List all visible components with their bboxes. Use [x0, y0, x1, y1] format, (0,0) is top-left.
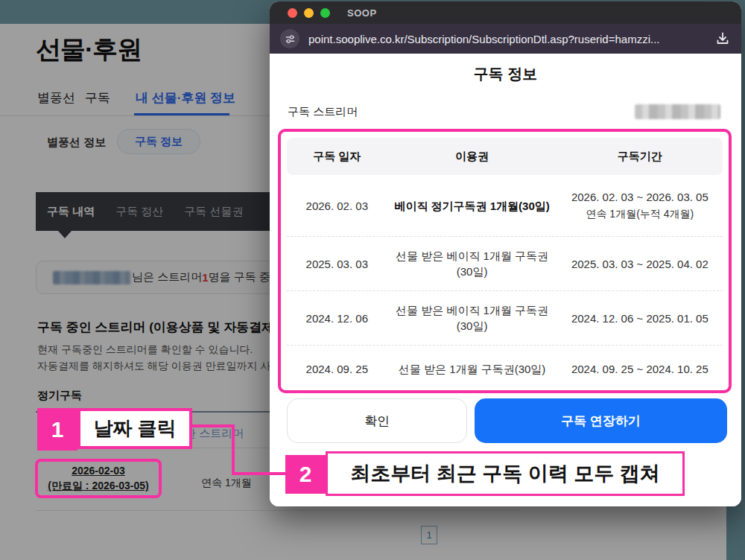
header-subscription-date: 구독 일자 — [287, 150, 387, 164]
cell-date: 2024. 12. 06 — [287, 311, 387, 326]
table-row: 2026. 02. 03 베이직 정기구독권 1개월(30일) 2026. 02… — [287, 175, 723, 236]
close-button[interactable] — [288, 8, 297, 18]
annotation-step1-number: 1 — [37, 408, 77, 451]
cell-pass: 선물 받은 베이직 1개월 구독권 (30일) — [387, 302, 557, 334]
cell-pass: 선물 받은 베이직 1개월 구독권 (30일) — [387, 248, 557, 279]
button-row: 확인 구독 연장하기 — [287, 398, 727, 443]
cell-pass-line1: 선물 받은 베이직 1개월 구독권 — [387, 248, 557, 264]
cell-period: 2026. 02. 03 ~ 2026. 03. 05 연속 1개월(누적 4개… — [557, 189, 723, 222]
header-period: 구독기간 — [557, 150, 723, 164]
cell-pass: 베이직 정기구독권 1개월(30일) — [387, 198, 557, 214]
streamer-name-blurred — [635, 104, 720, 119]
screen: 선물·후원 별풍선 구독 내 선물·후원 정보 별풍선 정보 구독 정보 구독 … — [0, 0, 745, 560]
url-bar: point.sooplive.co.kr/Subscription/Subscr… — [270, 24, 741, 54]
streamer-label: 구독 스트리머 — [288, 105, 358, 119]
cell-period: 2025. 03. 03 ~ 2025. 04. 02 — [557, 256, 723, 272]
cell-pass-line2: (30일) — [387, 318, 557, 334]
annotation-connector — [191, 424, 235, 427]
extend-subscription-button[interactable]: 구독 연장하기 — [475, 398, 727, 443]
popup-titlebar[interactable]: SOOP — [270, 1, 741, 24]
popup-title: 구독 정보 — [270, 64, 741, 84]
annotation-connector — [232, 424, 235, 475]
table-row: 2025. 03. 03 선물 받은 베이직 1개월 구독권 (30일) 202… — [287, 236, 723, 290]
cell-pass-line2: (30일) — [387, 264, 557, 279]
cell-date: 2025. 03. 03 — [287, 256, 387, 272]
cell-period: 2024. 09. 25 ~ 2024. 10. 25 — [557, 361, 723, 377]
confirm-button[interactable]: 확인 — [287, 398, 467, 443]
download-icon[interactable] — [714, 31, 731, 47]
table-row: 2024. 09. 25 선물 받은 1개월 구독권(30일) 2024. 09… — [287, 345, 723, 392]
zoom-button[interactable] — [320, 8, 330, 18]
streamer-row: 구독 스트리머 — [288, 104, 720, 119]
popup-content: 구독 정보 구독 스트리머 구독 일자 이용권 구독기간 2026. 02. 0… — [270, 54, 741, 506]
cell-pass: 선물 받은 1개월 구독권(30일) — [387, 361, 557, 377]
table-row: 2024. 12. 06 선물 받은 베이직 1개월 구독권 (30일) 202… — [287, 290, 723, 345]
annotation-date-highlight-frame — [35, 459, 162, 498]
subscription-history-table: 구독 일자 이용권 구독기간 2026. 02. 03 베이직 정기구독권 1개… — [278, 129, 732, 393]
cell-date: 2026. 02. 03 — [287, 198, 387, 214]
site-controls-icon[interactable] — [280, 29, 299, 48]
window-title: SOOP — [347, 7, 377, 19]
minimize-button[interactable] — [304, 8, 314, 18]
annotation-step1-label: 날짜 클릭 — [77, 408, 192, 449]
cell-period-cumulative: 연속 1개월(누적 4개월) — [557, 206, 723, 222]
header-pass: 이용권 — [387, 150, 557, 164]
cell-period: 2024. 12. 06 ~ 2025. 01. 05 — [557, 311, 723, 326]
cell-period-range: 2026. 02. 03 ~ 2026. 03. 05 — [557, 189, 723, 205]
cell-date: 2024. 09. 25 — [287, 361, 387, 377]
annotation-step2-number: 2 — [285, 455, 326, 494]
annotation-step2-label: 최초부터 최근 구독 이력 모두 캡쳐 — [326, 451, 685, 496]
url-text[interactable]: point.sooplive.co.kr/Subscription/Subscr… — [308, 33, 714, 45]
cell-pass-line1: 선물 받은 베이직 1개월 구독권 — [387, 302, 557, 318]
table-header-row: 구독 일자 이용권 구독기간 — [287, 138, 723, 175]
annotation-connector — [232, 472, 287, 475]
popup-window: SOOP point.sooplive.co.kr/Subscription/S… — [270, 1, 741, 506]
